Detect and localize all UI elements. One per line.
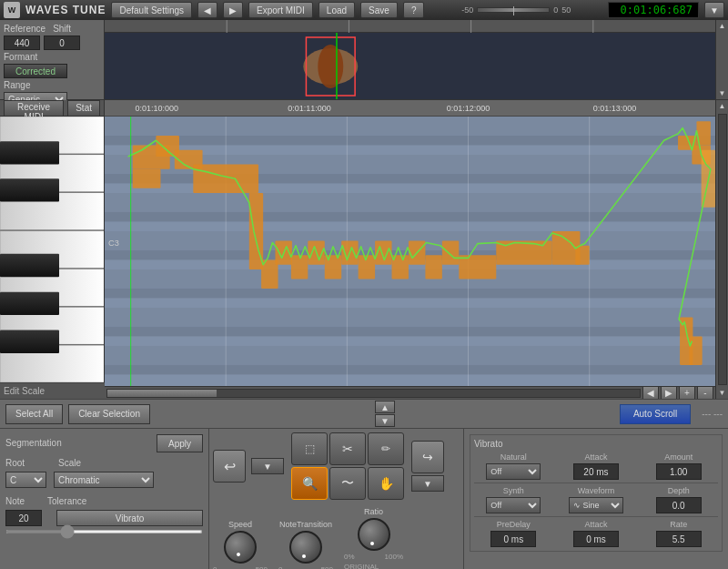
attack2-input[interactable]: 0 ms	[573, 531, 619, 547]
scale-dropdown[interactable]: ChromaticMajorMinor DorianMixolydian	[54, 472, 154, 488]
h-scrollbar-area: ◀ ▶ + -	[105, 386, 715, 399]
attack-input[interactable]: 20 ms	[573, 463, 619, 480]
overview-waveform	[105, 33, 715, 99]
tools-down-button[interactable]: ▼	[251, 458, 284, 474]
undo-button[interactable]: ↩	[213, 450, 246, 483]
ratio-label-orig: ORIGINAL	[344, 563, 379, 569]
roll-scroll-down[interactable]: ▼	[717, 387, 728, 399]
root-dropdown[interactable]: CC#DD# EFF#G	[5, 472, 46, 488]
default-settings-button[interactable]: Default Settings	[111, 2, 192, 18]
amount-input[interactable]: 1.00	[656, 463, 702, 480]
receive-midi-button[interactable]: Receive MIDI	[4, 100, 64, 117]
arrow-up-button[interactable]: ▲	[375, 401, 395, 413]
svg-rect-26	[105, 269, 715, 289]
reference-label: Reference	[4, 24, 46, 34]
svg-rect-27	[105, 308, 715, 327]
v-scroll-track[interactable]	[718, 114, 727, 385]
save-button[interactable]: Save	[360, 2, 398, 18]
nt-max: 500	[321, 565, 333, 569]
nav-back-button[interactable]: ◀	[197, 2, 217, 18]
scroll-down-arrow[interactable]: ▼	[717, 87, 728, 99]
amount-col-label: Amount	[664, 452, 693, 462]
tolerance-label: Tolerance	[47, 496, 86, 506]
overview-right-scroll: ▲ ▼	[715, 20, 728, 99]
ratio-max: 100%	[385, 553, 403, 561]
predelay-col: PreDelay 0 ms	[474, 520, 553, 547]
shift-input[interactable]	[44, 36, 80, 50]
c3-label: C3	[108, 239, 119, 248]
svg-rect-61	[575, 246, 589, 265]
load-button[interactable]: Load	[318, 2, 355, 18]
time-menu-button[interactable]: ▼	[704, 2, 724, 18]
pencil-tool-button[interactable]: ✏	[368, 432, 404, 465]
depth-col: Depth 0.0	[639, 486, 718, 513]
time-display: 0:01:06:687	[608, 2, 699, 18]
pitch-zero: 0	[553, 5, 558, 15]
nav-forward-button[interactable]: ▶	[223, 2, 243, 18]
redo-button[interactable]: ↪	[411, 441, 444, 473]
stat-button[interactable]: Stat	[67, 100, 100, 117]
waveform-dropdown[interactable]: ∿ Sine▲ Triangle⊓ Square	[569, 497, 623, 513]
note-transition-label: NoteTransition	[279, 520, 332, 529]
time-marker-2: 0:01:11:000	[288, 104, 331, 113]
speed-max: 500	[256, 565, 268, 569]
natural-dropdown[interactable]: OffOn	[486, 463, 541, 480]
main-section: Receive MIDI Stat	[0, 100, 728, 399]
roll-scroll-up[interactable]: ▲	[717, 100, 728, 112]
roll-header: 0:01:10:000 0:01:11:000 0:01:12:000 0:01…	[105, 100, 715, 117]
help-button[interactable]: ?	[403, 2, 425, 18]
piano-keyboard-svg	[0, 117, 105, 382]
auto-scroll-value: --- ---	[702, 409, 723, 419]
time-marker-3: 0:01:12:000	[447, 104, 490, 113]
segmentation-panel: Segmentation Apply Root Scale CC#DD# EFF…	[0, 429, 209, 569]
select-all-button[interactable]: Select All	[5, 404, 63, 424]
ratio-knob[interactable]	[358, 518, 390, 551]
h-scrollbar[interactable]	[106, 389, 641, 398]
time-marker-1: 0:01:10:000	[136, 104, 179, 113]
svg-point-6	[318, 45, 343, 88]
export-midi-button[interactable]: Export MIDI	[248, 2, 313, 18]
synth-col-label: Synth	[503, 486, 524, 495]
pitch-minus50: -50	[461, 5, 473, 15]
arrow-down-button[interactable]: ▼	[375, 414, 395, 427]
shift-label: Shift	[53, 24, 89, 34]
natural-col: Natural OffOn	[474, 452, 553, 480]
arrow-cluster: ▲ ▼	[375, 401, 395, 427]
depth-input[interactable]: 0.0	[656, 497, 702, 513]
speed-knob[interactable]	[224, 531, 257, 564]
vibrato-panel: Vibrato Natural OffOn Attack 20 ms Amou	[464, 429, 728, 569]
app-title: WAVES TUNE	[25, 4, 106, 16]
formant-corrected-button[interactable]: Corrected	[4, 64, 67, 78]
segmentation-title: Segmentation	[5, 438, 62, 449]
piano-roll-main: 0:01:10:000 0:01:11:000 0:01:12:000 0:01…	[105, 100, 715, 399]
scissors-tool-button[interactable]: ✂	[329, 432, 366, 465]
svg-rect-34	[105, 327, 715, 336]
tool-buttons-group: ⬚ ✂ ✏ 🔍 〜 ✋	[291, 432, 404, 500]
note-transition-knob[interactable]	[289, 531, 322, 564]
piano-keys-area: Receive MIDI Stat	[0, 100, 105, 399]
title-bar: W WAVES TUNE Default Settings ◀ ▶ Export…	[0, 0, 728, 20]
magnify-tool-button[interactable]: 🔍	[291, 467, 328, 500]
bottom-controls-row: Select All Clear Selection ▲ ▼ Auto Scro…	[0, 399, 728, 428]
apply-button[interactable]: Apply	[157, 434, 203, 452]
nt-min: 0	[278, 565, 282, 569]
scroll-up-arrow[interactable]: ▲	[717, 20, 728, 32]
predelay-input[interactable]: 0 ms	[490, 531, 536, 547]
note-label: Note	[5, 496, 33, 506]
clear-selection-button[interactable]: Clear Selection	[68, 404, 150, 424]
synth-dropdown[interactable]: OffOn	[486, 497, 541, 513]
tools-down2-button[interactable]: ▼	[411, 475, 444, 492]
attack2-col: Attack 0 ms	[557, 520, 636, 547]
reference-input[interactable]	[4, 36, 40, 50]
attack2-col-label: Attack	[584, 520, 607, 529]
tolerance-slider[interactable]	[5, 530, 203, 533]
curve-tool-button[interactable]: 〜	[329, 467, 366, 500]
rate-input[interactable]: 5.5	[656, 531, 702, 547]
hand-tool-button[interactable]: ✋	[368, 467, 404, 500]
auto-scroll-button[interactable]: Auto Scroll	[620, 404, 691, 424]
depth-col-label: Depth	[668, 486, 690, 495]
waveform-col: Waveform ∿ Sine▲ Triangle⊓ Square	[557, 486, 636, 513]
select-tool-button[interactable]: ⬚	[291, 432, 328, 465]
rate-col-label: Rate	[670, 520, 687, 529]
svg-rect-29	[105, 136, 715, 145]
